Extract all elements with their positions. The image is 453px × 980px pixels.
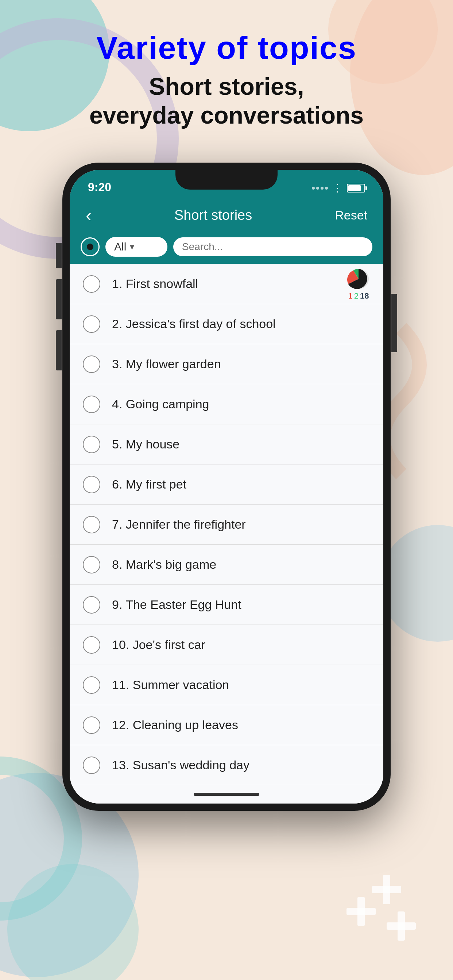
svg-point-5: [7, 864, 139, 980]
item-label: 5. My house: [112, 437, 370, 451]
radio-button[interactable]: [83, 275, 100, 293]
phone-volume-down-button: [56, 330, 62, 371]
svg-rect-10: [383, 875, 390, 904]
status-icons: ⋮: [312, 182, 365, 194]
search-box[interactable]: [173, 237, 372, 256]
radio-dot: [87, 243, 93, 250]
signal-icon: [312, 187, 328, 189]
num2: 2: [354, 291, 359, 301]
svg-rect-8: [397, 912, 405, 940]
list-item[interactable]: 6. My first pet: [70, 465, 383, 504]
item-label: 6. My first pet: [112, 477, 370, 492]
list-item[interactable]: 12. Cleaning up leaves: [70, 705, 383, 745]
radio-button[interactable]: [83, 476, 100, 493]
list-item[interactable]: 2. Jessica's first day of school: [70, 304, 383, 344]
radio-button[interactable]: [83, 596, 100, 614]
status-time: 9:20: [88, 180, 111, 194]
select-all-radio[interactable]: [81, 237, 100, 256]
radio-button[interactable]: [83, 516, 100, 533]
wifi-icon: ⋮: [332, 182, 343, 194]
list-item[interactable]: 1. First snowfall: [70, 264, 383, 304]
radio-button[interactable]: [83, 355, 100, 373]
svg-rect-7: [346, 908, 376, 915]
num18: 18: [360, 291, 369, 301]
filter-dropdown[interactable]: All ▾: [105, 237, 167, 257]
filter-bar: All ▾: [70, 231, 383, 264]
progress-badge: 1 2 18: [347, 267, 370, 301]
list-item[interactable]: 7. Jennifer the firefighter: [70, 504, 383, 545]
list-item[interactable]: 13. Susan's wedding day: [70, 745, 383, 785]
radio-button[interactable]: [83, 757, 100, 774]
radio-button[interactable]: [83, 676, 100, 694]
list-item[interactable]: 8. Mark's big game: [70, 545, 383, 585]
item-label: 12. Cleaning up leaves: [112, 718, 370, 732]
radio-button[interactable]: [83, 636, 100, 654]
num1: 1: [348, 291, 353, 301]
item-label: 3. My flower garden: [112, 357, 370, 371]
screen-title: Short stories: [174, 207, 252, 223]
home-bar: [194, 793, 259, 796]
item-label: 1. First snowfall: [112, 277, 370, 291]
radio-button[interactable]: [83, 716, 100, 734]
back-button[interactable]: ‹: [86, 205, 91, 225]
navigation-bar: ‹ Short stories Reset: [70, 199, 383, 231]
item-label: 10. Joe's first car: [112, 638, 370, 652]
list-item[interactable]: 9. The Easter Egg Hunt: [70, 585, 383, 625]
phone-power-button: [391, 294, 397, 352]
page-title: Variety of topics: [0, 29, 453, 66]
home-indicator: [70, 785, 383, 803]
svg-rect-9: [387, 923, 416, 930]
story-list: 1. First snowfall: [70, 264, 383, 785]
item-label: 8. Mark's big game: [112, 557, 370, 572]
list-item[interactable]: 4. Going camping: [70, 384, 383, 425]
phone-volume-up-button: [56, 279, 62, 320]
item-label: 11. Summer vacation: [112, 678, 370, 692]
list-item[interactable]: 3. My flower garden: [70, 344, 383, 384]
item-label: 13. Susan's wedding day: [112, 758, 370, 772]
svg-rect-6: [357, 897, 365, 926]
radio-button[interactable]: [83, 436, 100, 453]
phone-side-button: [56, 243, 62, 268]
radio-button[interactable]: [83, 396, 100, 413]
item-label: 9. The Easter Egg Hunt: [112, 598, 370, 612]
phone-mockup: 9:20 ⋮ ‹ Short stories: [0, 162, 453, 811]
battery-icon: [347, 184, 365, 192]
radio-button[interactable]: [83, 556, 100, 573]
list-item[interactable]: 10. Joe's first car: [70, 625, 383, 665]
search-input[interactable]: [182, 241, 364, 253]
item-label: 7. Jennifer the firefighter: [112, 517, 370, 531]
list-item[interactable]: 5. My house: [70, 425, 383, 465]
filter-all-label: All: [114, 240, 126, 253]
page-subtitle: Short stories,everyday conversations: [0, 72, 453, 130]
item-label: 4. Going camping: [112, 397, 370, 411]
chevron-down-icon: ▾: [130, 242, 134, 252]
svg-rect-11: [372, 886, 401, 893]
phone-notch: [175, 170, 278, 189]
pie-chart: [347, 267, 370, 291]
pie-numbers: 1 2 18: [348, 291, 369, 301]
item-label: 2. Jessica's first day of school: [112, 317, 370, 331]
radio-button[interactable]: [83, 315, 100, 333]
reset-button[interactable]: Reset: [335, 208, 367, 223]
list-item[interactable]: 11. Summer vacation: [70, 665, 383, 705]
